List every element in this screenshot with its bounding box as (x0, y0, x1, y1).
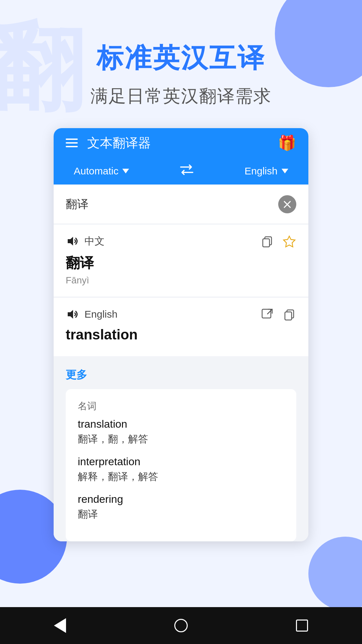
more-card: 名词 translation 翻译，翻，解答 interpretation 解释… (66, 389, 296, 541)
svg-marker-4 (68, 310, 73, 319)
bottom-nav (0, 607, 362, 644)
more-entry-2-word: interpretation (78, 455, 284, 468)
english-result-card: English (54, 298, 308, 356)
clear-button[interactable] (278, 195, 296, 213)
swap-languages-button[interactable] (179, 164, 195, 179)
open-english-button[interactable] (260, 307, 274, 321)
hero-subtitle: 满足日常英汉翻译需求 (90, 85, 272, 108)
more-entry-2-meaning: 解释，翻译，解答 (78, 470, 284, 484)
svg-rect-5 (262, 309, 271, 318)
target-lang-arrow-icon (282, 169, 288, 173)
more-label: 更多 (66, 368, 296, 382)
more-entry-3: rendering 翻译 (78, 493, 284, 521)
app-card: 文本翻译器 🎁 Automatic English 翻译 (54, 128, 308, 541)
gift-icon[interactable]: 🎁 (278, 134, 296, 152)
copy-english-button[interactable] (282, 307, 296, 321)
chinese-result-word: 翻译 (66, 254, 296, 272)
language-bar: Automatic English (54, 158, 308, 184)
more-section: 更多 名词 translation 翻译，翻，解答 interpretation… (54, 358, 308, 541)
hamburger-menu-button[interactable] (66, 139, 78, 147)
english-lang-label: English (66, 308, 117, 321)
app-header: 文本翻译器 🎁 (54, 128, 308, 158)
svg-rect-7 (285, 312, 292, 320)
input-section: 翻译 (54, 185, 308, 223)
nav-home-button[interactable] (174, 619, 188, 632)
nav-recent-icon (296, 620, 308, 632)
chinese-result-card: 中文 翻译 Fānyì (54, 225, 308, 297)
source-language-button[interactable]: Automatic (74, 165, 129, 177)
copy-chinese-button[interactable] (260, 234, 274, 248)
english-result-header: English (66, 307, 296, 321)
chinese-result-header: 中文 (66, 234, 296, 248)
english-result-actions (260, 307, 296, 321)
svg-rect-2 (263, 239, 269, 247)
more-entry-1: translation 翻译，翻，解答 (78, 418, 284, 446)
favorite-chinese-button[interactable] (282, 234, 296, 248)
chinese-speaker-button[interactable] (66, 234, 79, 248)
nav-back-icon (54, 618, 66, 633)
source-lang-arrow-icon (122, 169, 129, 173)
more-entry-2: interpretation 解释，翻译，解答 (78, 455, 284, 484)
chinese-result-actions (260, 234, 296, 248)
chinese-result-pinyin: Fānyì (66, 275, 296, 286)
chinese-lang-name: 中文 (84, 234, 105, 248)
nav-back-button[interactable] (54, 618, 66, 633)
more-entry-3-word: rendering (78, 493, 284, 505)
more-category: 名词 (78, 400, 284, 413)
content-wrapper: 标准英汉互译 满足日常英汉翻译需求 文本翻译器 🎁 Automatic (0, 0, 362, 644)
target-language-button[interactable]: English (245, 165, 288, 177)
app-title: 文本翻译器 (87, 135, 278, 152)
nav-recent-button[interactable] (296, 620, 308, 632)
english-lang-name: English (84, 309, 117, 320)
svg-marker-3 (284, 236, 295, 247)
english-result-word: translation (66, 327, 296, 343)
more-entry-3-meaning: 翻译 (78, 507, 284, 521)
more-entry-1-meaning: 翻译，翻，解答 (78, 432, 284, 446)
chinese-lang-label: 中文 (66, 234, 105, 248)
svg-marker-0 (68, 237, 73, 246)
english-speaker-button[interactable] (66, 308, 79, 321)
more-entry-1-word: translation (78, 418, 284, 430)
nav-home-icon (174, 619, 188, 632)
input-text[interactable]: 翻译 (66, 197, 278, 212)
hero-title: 标准英汉互译 (97, 40, 265, 76)
